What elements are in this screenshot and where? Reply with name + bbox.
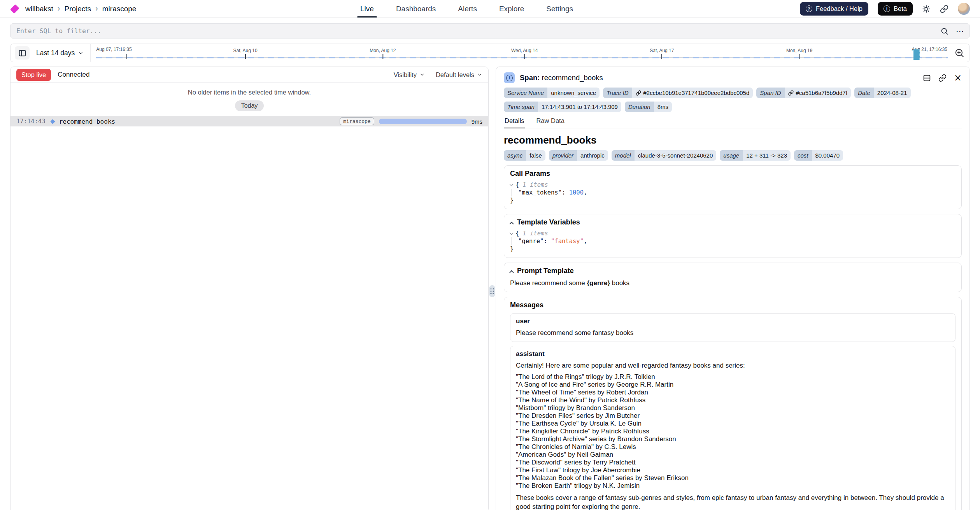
divider-drag-handle[interactable] [489,285,495,297]
timeline-selection-brush[interactable] [913,49,920,60]
visibility-label: Visibility [394,71,417,79]
timeline-start-tick [126,54,127,59]
template-variables-title: Template Variables [510,218,955,226]
tab-settings[interactable]: Settings [546,0,573,18]
timeline-tick: Mon, Aug 19 [786,48,812,59]
meta-badge-service-name: Service Nameunknown_service [504,88,600,98]
tab-dashboards[interactable]: Dashboards [396,0,436,18]
split-view-button[interactable] [923,74,931,82]
copy-link-button[interactable] [938,74,947,82]
feedback-help-label: Feedback / Help [816,5,863,12]
assistant-message: assistant Certainly! Here are some popul… [510,346,955,510]
close-panel-button[interactable]: × [954,73,962,82]
panel-divider [489,67,496,510]
messages-title-text: Messages [510,301,543,309]
timeline-tick: Sat, Aug 17 [650,48,674,59]
chevron-down-icon [78,50,84,56]
tab-live[interactable]: Live [360,0,374,18]
timeline-zoom-button[interactable] [954,47,965,59]
trace-name: recommend_books [59,118,116,125]
attr-badge-async: asyncfalse [504,150,545,161]
stream-body: No older items in the selected time wind… [11,83,488,126]
message-role: assistant [516,350,950,358]
time-range-label: Last 14 days [36,49,75,57]
template-variables-card: Template Variables {1 items"genre": "fan… [504,214,962,258]
json-close-row: } [510,245,955,253]
prompt-template-card: Prompt Template Please recommend some {g… [504,263,962,292]
json-root-row: {1 items [510,181,955,189]
timeline-track[interactable]: Aug 07, 17:16:35 Aug 21, 17:16:35 Sat, A… [90,44,950,62]
stop-live-button[interactable]: Stop live [16,69,51,81]
chevron-right-icon: › [95,4,98,13]
close-icon: × [954,72,962,83]
user-message: user Please recommend some fantasy books [510,313,955,342]
trace-row-meta: mirascope 9ms [340,117,482,125]
prompt-template-text: Please recommend some {genre} books [510,279,955,287]
json-entry-row: "max_tokens": 1000, [518,189,955,196]
share-link-button[interactable] [940,5,948,13]
user-avatar[interactable] [958,3,970,15]
today-badge[interactable]: Today [235,100,264,111]
span-diamond-icon [50,119,55,124]
tab-explore[interactable]: Explore [499,0,524,18]
book-line: "The Broken Earth" trilogy by N.K. Jemis… [516,482,950,490]
feedback-help-button[interactable]: ? Feedback / Help [800,2,868,16]
meta-badge-trace-id[interactable]: Trace ID#2ccbe10b91e371741b00eee2bdbc005… [603,88,753,98]
more-options-icon[interactable]: ⋯ [956,27,964,35]
tab-alerts[interactable]: Alerts [458,0,477,18]
duration-bar [379,119,467,124]
app-logo-icon[interactable] [10,4,19,14]
sql-filter-input[interactable] [10,23,970,39]
span-function-name: recommend_books [504,134,962,146]
json-entry-row: "genre": "fantasy", [518,237,955,245]
search-icon[interactable] [940,27,948,35]
prompt-template-title: Prompt Template [510,267,955,275]
messages-card: Messages user Please recommend some fant… [504,297,962,510]
visibility-dropdown[interactable]: Visibility [394,71,425,79]
breadcrumb-org[interactable]: willbakst [25,5,53,13]
span-tab-raw-data[interactable]: Raw Data [535,117,565,128]
span-header: i Span: recommend_books [504,72,962,83]
collapse-caret-icon[interactable] [509,270,514,274]
span-attribute-badges: asyncfalseprovideranthropicmodelclaude-3… [504,150,962,161]
expand-chevron-icon[interactable] [510,182,514,186]
meta-badge-date: Date2024-08-21 [854,88,910,98]
trace-row-recommend-books[interactable]: 17:14:43 recommend_books mirascope 9ms [11,116,488,126]
theme-toggle-button[interactable] [922,5,931,13]
meta-badge-span-id[interactable]: Span ID#ca51b6a7f5b9dd7f [756,88,851,98]
collapse-caret-icon[interactable] [509,221,514,226]
prompt-template-title-text: Prompt Template [517,267,574,275]
messages-title: Messages [510,301,955,309]
default-levels-label: Default levels [436,71,474,79]
breadcrumb-section[interactable]: Projects [64,5,91,13]
assistant-intro: Certainly! Here are some popular and wel… [516,362,950,370]
span-title: Span: recommend_books [520,74,603,82]
attr-badge-cost: cost$0.00470 [794,150,843,161]
sun-icon [922,5,931,13]
stream-header: Stop live Connected Visibility Default l… [11,67,488,83]
chevron-right-icon: › [58,4,60,13]
default-levels-dropdown[interactable]: Default levels [436,71,482,79]
breadcrumb-project[interactable]: mirascope [102,5,137,13]
call-params-title-text: Call Params [510,170,550,178]
call-params-json: {1 items"max_tokens": 1000,} [510,181,955,204]
beta-button[interactable]: i Beta [878,2,913,16]
book-line: "The Discworld" series by Terry Pratchet… [516,459,950,466]
trace-stream-panel: Stop live Connected Visibility Default l… [10,67,489,510]
sidebar-toggle-button[interactable] [15,46,30,60]
split-panel-icon [923,74,931,82]
book-line: "The Dresden Files" series by Jim Butche… [516,412,950,420]
empty-window-notice: No older items in the selected time wind… [11,89,488,96]
call-params-title: Call Params [510,170,955,178]
meta-badge-time-span: Time span17:14:43.901 to 17:14:43.909 [504,102,621,112]
stream-controls: Visibility Default levels [394,71,482,79]
trace-duration: 9ms [472,118,482,125]
time-range-dropdown[interactable]: Last 14 days [30,49,90,57]
timeline-tick: Sat, Aug 10 [233,48,258,59]
nav-actions: ? Feedback / Help i Beta [620,2,970,16]
template-variables-title-text: Template Variables [517,218,580,226]
expand-chevron-icon[interactable] [510,231,514,235]
span-tab-details[interactable]: Details [504,117,525,128]
message-role: user [516,317,950,325]
json-root-row: {1 items [510,230,955,237]
